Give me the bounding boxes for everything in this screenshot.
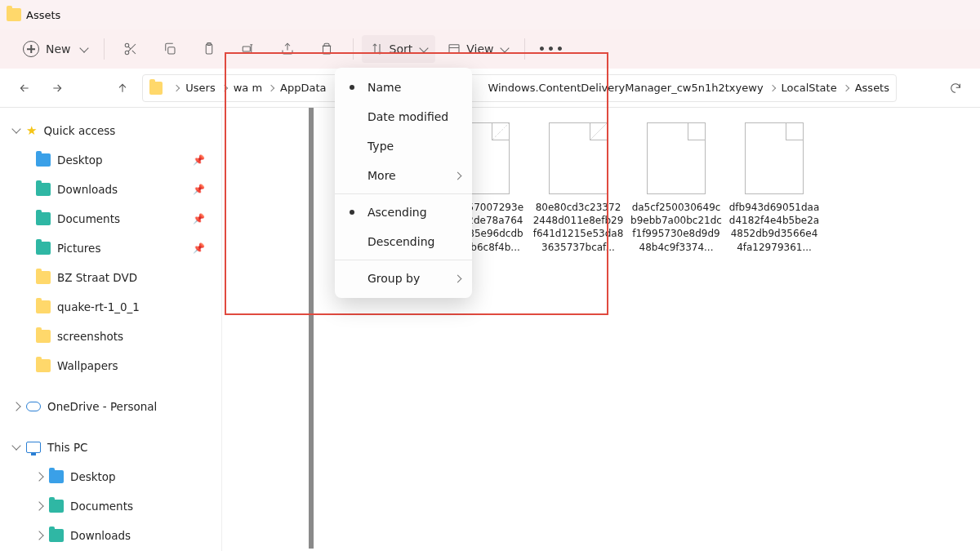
arrow-left-icon (18, 82, 31, 95)
svg-point-1 (125, 51, 129, 55)
breadcrumb-segment[interactable]: AppData (280, 82, 326, 94)
title-bar: Assets (0, 0, 980, 29)
scrollbar[interactable] (309, 108, 314, 549)
forward-button[interactable] (44, 75, 70, 101)
sidebar-item-pictures[interactable]: Pictures 📌 (0, 233, 221, 263)
plus-circle-icon (23, 41, 39, 57)
sidebar-item-pc-downloads[interactable]: Downloads (0, 521, 221, 550)
menu-item-label: Descending (368, 235, 434, 248)
menu-item-label: Group by (368, 272, 420, 285)
sort-menu-item-descending[interactable]: Descending (335, 227, 472, 256)
window-title: Assets (26, 9, 60, 21)
toolbar-separator (524, 38, 525, 60)
sidebar-item-label: Quick access (43, 124, 115, 137)
share-icon (280, 42, 295, 56)
file-item[interactable]: da5cf250030649cb9ebb7a00bc21dcf1f995730e… (630, 122, 722, 254)
sidebar-item-folder[interactable]: screenshots (0, 322, 221, 351)
chevron-right-icon (454, 274, 462, 282)
pin-icon: 📌 (193, 184, 205, 195)
breadcrumb-segment[interactable]: Windows.ContentDeliveryManager_cw5n1h2tx… (488, 82, 763, 94)
chevron-down-icon (11, 441, 20, 450)
sort-arrows-icon (370, 42, 385, 56)
sidebar-item-folder[interactable]: Wallpapers (0, 351, 221, 380)
refresh-icon (949, 82, 962, 95)
window-folder-icon (7, 8, 21, 21)
toolbar: New Sort View ••• (0, 29, 980, 69)
sort-button-label: Sort (390, 42, 413, 56)
more-button[interactable]: ••• (533, 35, 569, 63)
sort-menu-item-ascending[interactable]: Ascending (335, 198, 472, 227)
chevron-right-icon (768, 84, 775, 91)
delete-button[interactable] (309, 35, 345, 63)
sort-menu-item-group-by[interactable]: Group by (335, 264, 472, 293)
folder-icon (36, 271, 51, 284)
file-item[interactable]: 80e80cd3c233722448d011e8efb29f641d1215e5… (532, 122, 624, 254)
recent-locations-button[interactable] (77, 75, 103, 101)
chevron-right-icon (268, 84, 274, 91)
up-button[interactable] (109, 75, 136, 101)
svg-rect-5 (243, 47, 250, 51)
menu-item-label: More (368, 169, 396, 182)
sidebar-item-quick-access[interactable]: ★ Quick access (0, 116, 221, 145)
svg-point-0 (125, 43, 129, 47)
chevron-right-icon (34, 472, 43, 481)
breadcrumb-segment[interactable]: Assets (855, 82, 889, 94)
sort-menu-item-name[interactable]: Name (335, 73, 472, 102)
menu-item-label: Type (368, 140, 394, 153)
sidebar-item-pc-documents[interactable]: Documents (0, 491, 221, 521)
folder-icon (36, 300, 51, 313)
sidebar-item-pc-desktop[interactable]: Desktop (0, 462, 221, 491)
sidebar-item-label: BZ Straat DVD (57, 271, 137, 284)
chevron-right-icon (842, 84, 849, 91)
chevron-right-icon (220, 84, 227, 91)
pin-icon: 📌 (193, 242, 205, 254)
new-button[interactable]: New (15, 35, 96, 63)
svg-rect-7 (449, 45, 459, 54)
rename-button[interactable] (230, 35, 266, 63)
svg-rect-2 (167, 47, 174, 54)
back-button[interactable] (11, 75, 38, 101)
breadcrumb-segment[interactable]: Users (185, 82, 215, 94)
chevron-down-icon (79, 43, 88, 52)
sidebar-item-label: quake-rt-1_0_1 (57, 300, 140, 313)
sort-menu-item-type[interactable]: Type (335, 131, 472, 161)
paste-button[interactable] (191, 35, 227, 63)
file-item[interactable]: dfb943d69051daad4182f4e4b5be2a4852db9d35… (728, 122, 820, 254)
file-icon (549, 122, 608, 194)
sidebar-item-documents[interactable]: Documents 📌 (0, 204, 221, 233)
sidebar-item-folder[interactable]: BZ Straat DVD (0, 263, 221, 292)
pin-icon: 📌 (193, 213, 205, 224)
menu-separator (335, 193, 472, 194)
navigation-pane: ★ Quick access Desktop 📌 Downloads 📌 Doc… (0, 108, 222, 551)
pin-icon: 📌 (193, 154, 205, 166)
documents-icon (49, 500, 64, 513)
address-bar-row: Users wa m AppData Loc Windows.ContentDe… (0, 69, 980, 108)
sort-menu-item-date-modified[interactable]: Date modified (335, 102, 472, 131)
view-button[interactable]: View (439, 35, 516, 63)
menu-item-label: Date modified (368, 110, 448, 123)
sidebar-item-onedrive[interactable]: OneDrive - Personal (0, 392, 221, 421)
sidebar-item-this-pc[interactable]: This PC (0, 433, 221, 462)
sort-menu-item-more[interactable]: More (335, 161, 472, 190)
sidebar-item-downloads[interactable]: Downloads 📌 (0, 175, 221, 204)
sidebar-item-label: Desktop (57, 153, 103, 167)
desktop-icon (49, 470, 64, 483)
sidebar-item-label: Downloads (70, 529, 131, 542)
copy-button[interactable] (152, 35, 188, 63)
share-button[interactable] (270, 35, 305, 63)
refresh-button[interactable] (942, 75, 969, 101)
pictures-icon (36, 242, 51, 255)
downloads-icon (49, 529, 64, 542)
bullet-icon (350, 210, 354, 215)
sidebar-item-desktop[interactable]: Desktop 📌 (0, 145, 221, 175)
svg-rect-6 (323, 46, 330, 54)
breadcrumb[interactable]: Users wa m AppData Loc Windows.ContentDe… (142, 74, 897, 102)
monitor-icon (26, 442, 41, 453)
breadcrumb-segment[interactable]: LocalState (782, 82, 837, 94)
cut-button[interactable] (113, 35, 149, 63)
sidebar-item-folder[interactable]: quake-rt-1_0_1 (0, 292, 221, 322)
sort-button[interactable]: Sort (362, 35, 436, 63)
address-history-button[interactable] (910, 75, 936, 101)
breadcrumb-segment[interactable]: wa m (234, 82, 262, 94)
menu-item-label: Name (368, 81, 401, 94)
